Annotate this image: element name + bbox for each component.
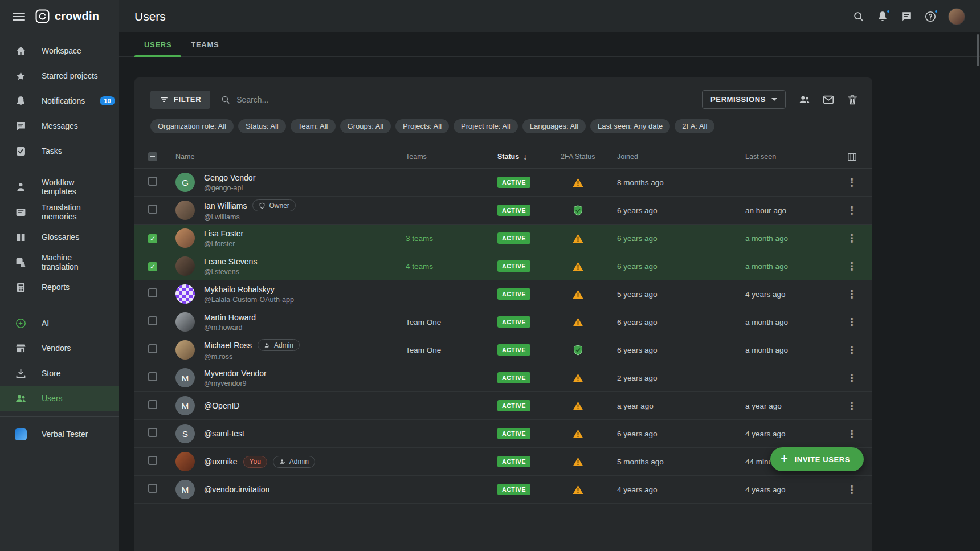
row-checkbox[interactable] <box>148 288 157 297</box>
user-name[interactable]: Ian Williams <box>204 201 247 210</box>
user-name[interactable]: Myvendor Vendor <box>204 369 267 378</box>
sidebar-item-ai[interactable]: AI <box>0 311 119 336</box>
row-checkbox[interactable] <box>148 484 157 493</box>
sidebar-item-verbal-tester[interactable]: Verbal Tester <box>0 422 119 447</box>
column-header-joined[interactable]: Joined <box>617 153 745 161</box>
teams-value[interactable]: 3 teams <box>406 234 433 243</box>
sidebar-item-workspace[interactable]: Workspace <box>0 38 119 63</box>
sidebar-item-glossaries[interactable]: Glossaries <box>0 225 119 250</box>
filter-chip[interactable]: Team: All <box>291 119 336 133</box>
filter-chip[interactable]: Projects: All <box>395 119 449 133</box>
row-menu-button[interactable]: ⋮ <box>843 315 861 330</box>
user-name[interactable]: Lisa Foster <box>204 229 243 238</box>
column-header-teams[interactable]: Teams <box>406 153 497 161</box>
user-name[interactable]: @OpenID <box>204 401 239 410</box>
row-menu-button[interactable]: ⋮ <box>843 203 861 218</box>
user-name[interactable]: Martin Howard <box>204 313 256 322</box>
row-checkbox[interactable] <box>148 205 157 214</box>
row-menu-button[interactable]: ⋮ <box>843 231 861 246</box>
table-row[interactable]: M@OpenIDACTIVEa year agoa year ago⋮ <box>134 392 872 420</box>
sidebar-item-messages[interactable]: Messages <box>0 113 119 138</box>
table-row[interactable]: Ian WilliamsOwner@i.williamsACTIVE6 year… <box>134 197 872 225</box>
tab-teams[interactable]: TEAMS <box>181 32 228 56</box>
row-checkbox[interactable] <box>148 177 157 186</box>
badge-label: Owner <box>269 202 289 210</box>
user-name[interactable]: @saml-test <box>204 429 244 438</box>
select-all-checkbox[interactable] <box>148 152 157 161</box>
help-icon[interactable] <box>924 10 937 23</box>
user-name[interactable]: Gengo Vendor <box>204 173 255 182</box>
row-checkbox[interactable] <box>148 316 157 325</box>
user-name[interactable]: @uxmike <box>204 457 238 466</box>
table-row[interactable]: S@saml-testACTIVE6 years ago4 years ago⋮ <box>134 420 872 448</box>
filter-chip[interactable]: Status: All <box>238 119 286 133</box>
filter-chip[interactable]: Groups: All <box>340 119 391 133</box>
invite-users-button[interactable]: + INVITE USERS <box>770 447 864 471</box>
tfa-warning-icon <box>572 456 617 468</box>
table-row[interactable]: @uxmikeYouAdminACTIVE5 months ago44 minu… <box>134 448 872 476</box>
sidebar-item-machine-translation[interactable]: Machine translation <box>0 250 119 275</box>
user-name[interactable]: Mykhailo Rohalskyy <box>204 285 275 294</box>
filter-chip[interactable]: Organization role: All <box>150 119 234 133</box>
row-checkbox[interactable] <box>148 372 157 381</box>
tab-users[interactable]: USERS <box>134 32 181 56</box>
row-checkbox[interactable] <box>148 344 157 353</box>
sidebar-item-users[interactable]: Users <box>0 386 119 411</box>
table-row[interactable]: MMyvendor Vendor@myvendor9ACTIVE2 years … <box>134 364 872 392</box>
filter-chip[interactable]: Languages: All <box>522 119 586 133</box>
crowdin-logo[interactable]: crowdin <box>35 9 99 23</box>
sidebar-item-vendors[interactable]: Vendors <box>0 336 119 361</box>
filter-chip[interactable]: Project role: All <box>454 119 518 133</box>
sidebar-item-starred-projects[interactable]: Starred projects <box>0 63 119 88</box>
column-header-lastseen[interactable]: Last seen <box>745 153 840 161</box>
filter-button[interactable]: FILTER <box>150 91 210 109</box>
filter-chip[interactable]: 2FA: All <box>675 119 714 133</box>
manage-groups-icon[interactable] <box>798 93 811 106</box>
row-checkbox[interactable] <box>148 428 157 437</box>
table-row[interactable]: Mykhailo Rohalskyy@Lalala-Custom-OAuth-a… <box>134 280 872 308</box>
row-menu-button[interactable]: ⋮ <box>843 398 861 414</box>
messages-icon[interactable] <box>900 10 913 23</box>
sidebar-item-reports[interactable]: Reports <box>0 275 119 300</box>
table-row[interactable]: Michael RossAdmin@m.rossTeam OneACTIVE6 … <box>134 336 872 364</box>
column-header-2fa[interactable]: 2FA Status <box>561 153 617 161</box>
user-name[interactable]: Michael Ross <box>204 341 252 350</box>
row-menu-button[interactable]: ⋮ <box>843 482 861 497</box>
search-icon[interactable] <box>852 10 865 23</box>
row-menu-button[interactable]: ⋮ <box>843 287 861 302</box>
search-input[interactable] <box>236 95 419 104</box>
teams-value[interactable]: 4 teams <box>406 262 433 271</box>
row-checkbox[interactable] <box>148 262 157 271</box>
column-header-name[interactable]: Name <box>175 153 406 161</box>
sidebar-item-notifications[interactable]: Notifications10 <box>0 88 119 113</box>
sidebar-item-translation-memories[interactable]: Translation memories <box>0 199 119 225</box>
table-row[interactable]: M@vendor.invitationACTIVE4 years ago4 ye… <box>134 476 872 504</box>
table-row[interactable]: Lisa Foster@l.forster3 teamsACTIVE6 year… <box>134 225 872 252</box>
row-menu-button[interactable]: ⋮ <box>843 342 861 358</box>
row-menu-button[interactable]: ⋮ <box>843 175 861 190</box>
row-menu-button[interactable]: ⋮ <box>843 259 861 274</box>
delete-trash-icon[interactable] <box>846 93 859 106</box>
menu-hamburger-icon[interactable] <box>13 13 25 21</box>
table-row[interactable]: GGengo Vendor@gengo-apiACTIVE8 months ag… <box>134 169 872 197</box>
sidebar-item-store[interactable]: Store <box>0 361 119 386</box>
page-scrollbar[interactable] <box>977 34 979 66</box>
user-name[interactable]: @vendor.invitation <box>204 485 270 494</box>
row-checkbox[interactable] <box>148 456 157 465</box>
sidebar-item-workflow-templates[interactable]: Workflow templates <box>0 174 119 199</box>
column-settings-icon[interactable] <box>840 152 863 162</box>
column-header-status[interactable]: Status ↓ <box>497 152 561 161</box>
email-icon[interactable] <box>822 93 835 106</box>
user-avatar[interactable] <box>948 8 965 25</box>
row-checkbox[interactable] <box>148 234 157 243</box>
sidebar-item-tasks[interactable]: Tasks <box>0 138 119 164</box>
filter-chip[interactable]: Last seen: Any date <box>590 119 670 133</box>
row-menu-button[interactable]: ⋮ <box>843 426 861 442</box>
notifications-bell-icon[interactable] <box>876 10 889 23</box>
user-name[interactable]: Leane Stevens <box>204 257 257 266</box>
permissions-dropdown[interactable]: PERMISSIONS <box>702 90 786 109</box>
table-row[interactable]: Leane Stevens@l.stevens4 teamsACTIVE6 ye… <box>134 252 872 280</box>
row-menu-button[interactable]: ⋮ <box>843 370 861 386</box>
table-row[interactable]: Martin Howard@m.howardTeam OneACTIVE6 ye… <box>134 308 872 336</box>
row-checkbox[interactable] <box>148 400 157 409</box>
